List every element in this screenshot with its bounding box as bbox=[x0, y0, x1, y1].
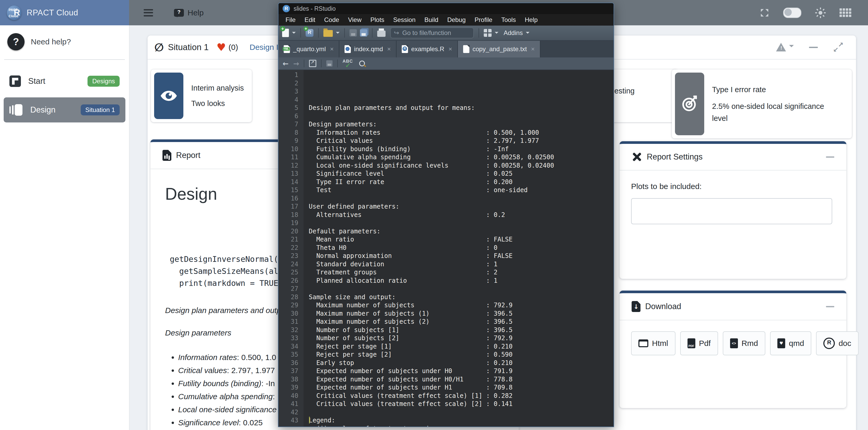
topbar-actions bbox=[760, 7, 868, 18]
line-number: 39 bbox=[278, 384, 298, 392]
rstudio-titlebar[interactable]: R slides - RStudio bbox=[278, 3, 614, 14]
chevron-down-icon[interactable] bbox=[526, 32, 529, 35]
sidebar-item-start[interactable]: Start Designs bbox=[4, 72, 125, 91]
editor-line: Significance level : 0.025 bbox=[309, 170, 554, 178]
editor-line: Early stop : 0.210 bbox=[309, 359, 554, 367]
heart-icon[interactable]: ♥ bbox=[217, 42, 226, 53]
card-text-fragment: esting bbox=[614, 87, 634, 95]
close-icon[interactable]: × bbox=[330, 45, 334, 53]
menu-item[interactable]: Debug bbox=[443, 16, 470, 24]
collapse-button[interactable] bbox=[826, 306, 834, 307]
close-icon[interactable]: × bbox=[387, 45, 391, 53]
download-button[interactable]: doc bbox=[816, 331, 858, 355]
collapse-button[interactable] bbox=[809, 47, 818, 48]
apps-grid-icon[interactable] bbox=[840, 8, 851, 17]
menu-item[interactable]: Profile bbox=[470, 16, 497, 24]
editor-content[interactable]: Design plan parameters and output for me… bbox=[304, 70, 554, 427]
editor-line: Maximum number of subjects (1) : 396.5 bbox=[309, 310, 554, 318]
editor-tab[interactable]: _quarto.yml × bbox=[278, 41, 339, 58]
editor-line: Number of subjects [1] : 396.5 bbox=[309, 326, 554, 334]
chevron-down-icon[interactable] bbox=[336, 32, 340, 35]
editor-tab[interactable]: index.qmd × bbox=[339, 41, 397, 58]
menu-item[interactable]: Plots bbox=[366, 16, 389, 24]
save-icon[interactable] bbox=[349, 29, 357, 37]
type1-error-card[interactable]: Type I error rate 2.5% one-sided local s… bbox=[672, 69, 852, 138]
chevron-down-icon[interactable] bbox=[292, 32, 296, 35]
editor-line: Cumulative alpha spending : 0.00258, 0.0… bbox=[309, 153, 554, 162]
editor-tab[interactable]: examples.R × bbox=[397, 41, 458, 58]
editor-tab[interactable]: copy_and_paste.txt × bbox=[458, 41, 540, 58]
editor-pane[interactable]: 1234567891011121314151617181920212223242… bbox=[278, 70, 614, 427]
topbar-help-button[interactable]: ? Help bbox=[174, 8, 204, 17]
download-button-label: Pdf bbox=[699, 339, 711, 348]
new-project-icon[interactable] bbox=[306, 29, 313, 37]
editor-line: Design plan parameters and output for me… bbox=[309, 104, 554, 112]
interim-analysis-card[interactable]: Interim analysis Two looks bbox=[151, 69, 252, 122]
toggle-knob bbox=[784, 9, 792, 16]
editor-line: Critical values (treatment effect scale)… bbox=[309, 400, 554, 408]
editor-line: Maximum number of subjects (2) : 396.5 bbox=[309, 318, 554, 326]
find-replace-icon[interactable] bbox=[359, 61, 365, 66]
menu-item[interactable]: Edit bbox=[300, 16, 320, 24]
download-button[interactable]: qmd bbox=[770, 331, 811, 355]
report-panel-title: Report bbox=[176, 151, 200, 160]
back-icon[interactable]: ← bbox=[283, 60, 289, 68]
panel-actions: ! ↗↙ bbox=[776, 42, 849, 53]
need-help-item[interactable]: ? Need help? bbox=[0, 25, 129, 59]
card-title: Interim analysis bbox=[191, 84, 244, 92]
menu-item[interactable]: Build bbox=[420, 16, 443, 24]
download-button[interactable]: Html bbox=[631, 331, 676, 355]
spellcheck-icon[interactable]: ABC✓ bbox=[342, 59, 354, 68]
editor-line: Expected number of subjects under H1 : 7… bbox=[309, 384, 554, 392]
editor-line: Type II error rate : 0.200 bbox=[309, 178, 554, 187]
editor-line: Local one-sided significance levels : 0.… bbox=[309, 162, 554, 170]
menu-item[interactable]: Code bbox=[320, 16, 343, 24]
situation-title: Situation 1 bbox=[168, 42, 209, 52]
new-file-icon[interactable] bbox=[282, 29, 289, 37]
line-number: 18 bbox=[278, 211, 298, 219]
open-in-new-window-icon[interactable] bbox=[309, 60, 316, 67]
open-file-icon[interactable] bbox=[323, 30, 333, 37]
menu-item[interactable]: Tools bbox=[497, 16, 520, 24]
sun-icon[interactable] bbox=[815, 7, 826, 18]
line-number: 12 bbox=[278, 162, 298, 170]
download-title: Download bbox=[645, 302, 681, 311]
save-all-icon[interactable] bbox=[360, 29, 367, 37]
eye-slash-icon: ∅ bbox=[154, 41, 164, 54]
download-button[interactable]: Pdf bbox=[680, 331, 718, 355]
fullscreen-icon[interactable] bbox=[760, 8, 770, 18]
app-title: RPACT Cloud bbox=[27, 8, 78, 18]
topbar-help-label: Help bbox=[188, 8, 204, 17]
sidebar: PACT Cloud R RPACT Cloud ? Need help? St… bbox=[0, 0, 130, 430]
editor-line bbox=[309, 96, 554, 104]
menu-item[interactable]: View bbox=[343, 16, 366, 24]
line-number: 35 bbox=[278, 351, 298, 359]
menu-item[interactable]: File bbox=[281, 16, 300, 24]
addins-menu[interactable]: Addins bbox=[504, 29, 523, 37]
expand-icon[interactable]: ↗↙ bbox=[833, 42, 843, 53]
line-number: 6 bbox=[278, 112, 298, 121]
theme-toggle[interactable] bbox=[783, 7, 801, 18]
line-number: 5 bbox=[278, 104, 298, 112]
collapse-button[interactable] bbox=[826, 156, 834, 158]
goto-file-function-input[interactable]: ↪ Go to file/function bbox=[390, 27, 474, 38]
print-icon[interactable] bbox=[377, 31, 385, 37]
close-icon[interactable]: × bbox=[448, 45, 452, 53]
line-number: 40 bbox=[278, 392, 298, 400]
line-number: 21 bbox=[278, 235, 298, 244]
plots-input[interactable] bbox=[631, 198, 832, 224]
sidebar-item-design[interactable]: Design Situation 1 bbox=[4, 97, 125, 123]
card-subtitle: 2.5% one-sided local significance level bbox=[712, 100, 841, 124]
menu-item[interactable]: Session bbox=[389, 16, 420, 24]
close-icon[interactable]: × bbox=[531, 45, 535, 53]
download-button[interactable]: Rmd bbox=[723, 331, 765, 355]
menu-item[interactable]: Help bbox=[520, 16, 542, 24]
file-type-icon bbox=[344, 45, 351, 53]
rstudio-window[interactable]: R slides - RStudio FileEditCodeViewPlots… bbox=[278, 3, 614, 427]
hamburger-menu-icon[interactable] bbox=[144, 9, 153, 16]
chevron-down-icon[interactable] bbox=[495, 32, 498, 35]
forward-icon[interactable]: → bbox=[293, 60, 299, 68]
save-icon[interactable] bbox=[326, 60, 333, 67]
workspace-panes-icon[interactable] bbox=[484, 29, 492, 37]
warnings-dropdown[interactable]: ! bbox=[776, 43, 794, 52]
